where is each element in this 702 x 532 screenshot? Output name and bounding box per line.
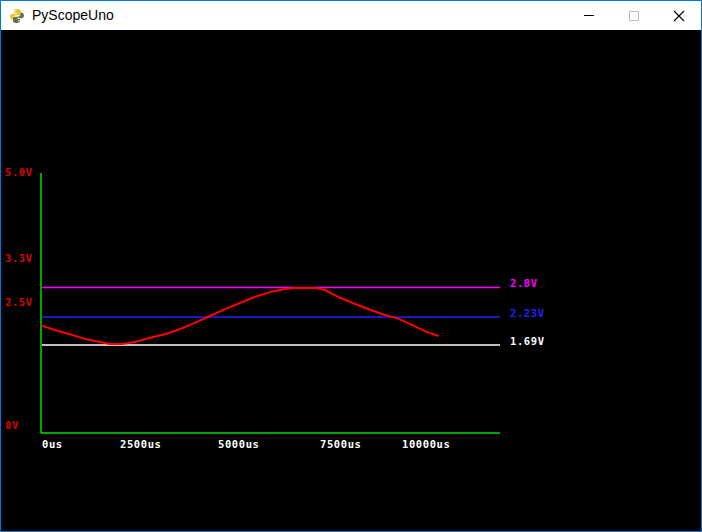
reference-line-label: 2.8V — [510, 277, 538, 289]
scope-canvas: 5.0V3.3V2.5V0V0us2500us5000us7500us10000… — [1, 30, 701, 531]
app-icon[interactable] — [9, 8, 25, 24]
maximize-button[interactable] — [611, 1, 656, 30]
y-tick-label: 5.0V — [5, 166, 33, 178]
scope-plot: 5.0V3.3V2.5V0V0us2500us5000us7500us10000… — [1, 30, 701, 531]
window-title: PyScopeUno — [32, 1, 114, 30]
minimize-icon — [584, 15, 594, 16]
window-controls — [566, 1, 701, 30]
signal-trace — [42, 288, 438, 344]
close-button[interactable] — [656, 1, 701, 30]
x-tick-label: 7500us — [320, 438, 362, 450]
reference-line-label: 1.69V — [510, 335, 545, 347]
x-tick-label: 0us — [42, 438, 63, 450]
minimize-button[interactable] — [566, 1, 611, 30]
y-tick-label: 3.3V — [5, 252, 33, 264]
y-tick-label: 2.5V — [5, 296, 33, 308]
reference-line-label: 2.23V — [510, 307, 545, 319]
python-logo-icon — [9, 8, 25, 24]
y-tick-label: 0V — [5, 419, 19, 431]
close-icon — [673, 10, 685, 22]
x-tick-label: 5000us — [218, 438, 260, 450]
maximize-icon — [629, 11, 639, 21]
title-bar[interactable]: PyScopeUno — [1, 1, 701, 30]
app-window: PyScopeUno 5.0V3.3V2.5V0V0us2500us5000us… — [0, 0, 702, 532]
x-tick-label: 2500us — [120, 438, 162, 450]
x-tick-label: 10000us — [402, 438, 450, 450]
